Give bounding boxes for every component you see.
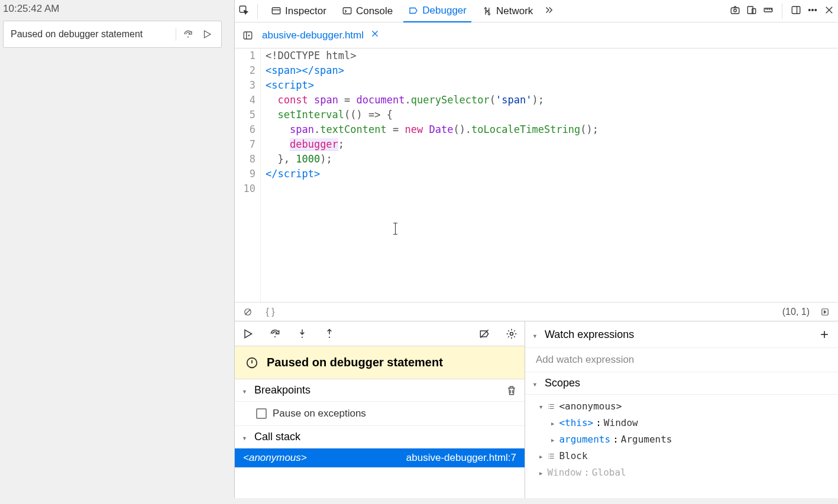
resume-button[interactable]: [241, 327, 255, 341]
pause-banner: Paused on debugger statement: [235, 346, 525, 379]
svg-rect-4: [731, 8, 739, 14]
svg-point-18: [329, 336, 330, 337]
svg-point-5: [734, 9, 737, 12]
breakpoints-body: Pause on exceptions: [235, 402, 525, 426]
debugger-left-panel: Paused on debugger statement Breakpoints…: [235, 321, 525, 498]
tab-debugger-label: Debugger: [422, 5, 467, 17]
svg-rect-2: [272, 8, 280, 14]
responsive-mode-icon[interactable]: [746, 5, 757, 17]
step-in-button[interactable]: [295, 327, 309, 341]
devtools-toolbar: Inspector Console Debugger Network: [235, 0, 838, 22]
code-content: <!DOCTYPE html> <span></span> <script> c…: [261, 48, 838, 302]
tab-network-label: Network: [496, 5, 533, 17]
step-out-button[interactable]: [322, 327, 337, 341]
svg-rect-9: [792, 6, 800, 14]
scope-tree: <anonymous> <this>: Window arguments: Ar…: [525, 395, 838, 485]
svg-point-11: [812, 9, 814, 11]
scope-window[interactable]: Window: Global: [531, 464, 832, 481]
editor-status-bar: { } (10, 1): [235, 302, 838, 321]
watch-input[interactable]: Add watch expression: [525, 348, 838, 372]
overflow-tabs-icon[interactable]: [543, 5, 554, 17]
file-tab-active[interactable]: abusive-debugger.html: [262, 28, 380, 42]
close-file-icon[interactable]: [370, 28, 380, 42]
pick-element-icon[interactable]: [238, 5, 249, 17]
devtools-pane: Inspector Console Debugger Network: [235, 0, 838, 498]
blackbox-icon[interactable]: [241, 305, 255, 319]
deactivate-breakpoints-icon[interactable]: [477, 327, 491, 341]
text-cursor-icon: [395, 223, 396, 235]
breakpoints-label: Breakpoints: [254, 384, 310, 396]
step-over-button[interactable]: [268, 327, 282, 341]
svg-point-16: [274, 336, 276, 337]
tab-console[interactable]: Console: [337, 0, 397, 22]
scopes-header[interactable]: Scopes: [525, 372, 838, 395]
scopes-label: Scopes: [545, 377, 580, 389]
file-tab-name: abusive-debugger.html: [262, 30, 364, 41]
watch-header[interactable]: Watch expressions +: [525, 321, 838, 348]
cursor-position: (10, 1): [782, 307, 810, 317]
svg-rect-3: [343, 8, 351, 14]
scope-anonymous[interactable]: <anonymous>: [531, 398, 832, 415]
resume-icon[interactable]: [200, 27, 214, 41]
pause-banner-text: Paused on debugger statement: [267, 356, 443, 369]
debugger-settings-icon[interactable]: [504, 327, 519, 341]
pretty-print-icon[interactable]: { }: [263, 305, 277, 319]
debugger-controls: [235, 321, 525, 346]
svg-rect-13: [244, 32, 252, 39]
dock-side-icon[interactable]: [791, 5, 801, 17]
breakpoints-header[interactable]: Breakpoints: [235, 379, 525, 402]
scope-arguments[interactable]: arguments: Arguments: [531, 431, 832, 448]
callstack-header[interactable]: Call stack: [235, 426, 525, 448]
tab-inspector[interactable]: Inspector: [266, 0, 331, 22]
close-devtools-icon[interactable]: [824, 5, 834, 17]
debugger-panels: Paused on debugger statement Breakpoints…: [235, 321, 838, 498]
screenshot-icon[interactable]: [730, 5, 740, 17]
svg-point-19: [510, 332, 513, 335]
map-icon[interactable]: [818, 305, 832, 319]
add-watch-icon[interactable]: +: [820, 326, 831, 343]
svg-point-10: [808, 9, 810, 11]
watch-label: Watch expressions: [545, 329, 634, 341]
tab-network[interactable]: Network: [477, 0, 538, 22]
paused-overlay-message: Paused on debugger statement: [11, 29, 171, 40]
page-content-pane: 10:25:42 AM Paused on debugger statement: [0, 0, 235, 498]
pause-on-exceptions-row[interactable]: Pause on exceptions: [256, 408, 516, 420]
step-over-icon[interactable]: [181, 27, 195, 41]
callstack-frame-location: abusive-debugger.html:7: [406, 452, 516, 464]
ruler-icon[interactable]: [763, 5, 774, 17]
source-editor[interactable]: 12 34 56 78 910 <!DOCTYPE html> <span></…: [235, 48, 838, 302]
scope-this[interactable]: <this>: Window: [531, 415, 832, 431]
paused-overlay: Paused on debugger statement: [3, 21, 222, 48]
scope-block[interactable]: Block: [531, 448, 832, 464]
trash-icon[interactable]: [506, 385, 517, 396]
svg-point-12: [815, 9, 817, 11]
file-tab-bar: abusive-debugger.html: [235, 22, 838, 48]
debugger-right-panel: Watch expressions + Add watch expression…: [525, 321, 838, 498]
tab-console-label: Console: [356, 5, 393, 17]
line-gutter: 12 34 56 78 910: [235, 48, 261, 302]
checkbox-icon[interactable]: [256, 408, 267, 419]
tab-inspector-label: Inspector: [285, 5, 326, 17]
more-options-icon[interactable]: [807, 5, 818, 17]
pause-on-exceptions-label: Pause on exceptions: [273, 408, 366, 420]
tab-debugger[interactable]: Debugger: [403, 0, 471, 22]
svg-point-0: [187, 37, 189, 38]
sources-tree-toggle-icon[interactable]: [241, 28, 255, 43]
page-time: 10:25:42 AM: [3, 3, 231, 18]
callstack-frame-name: <anonymous>: [243, 452, 307, 464]
callstack-label: Call stack: [254, 431, 300, 443]
svg-point-17: [302, 336, 303, 337]
callstack-frame[interactable]: <anonymous> abusive-debugger.html:7: [235, 448, 525, 467]
